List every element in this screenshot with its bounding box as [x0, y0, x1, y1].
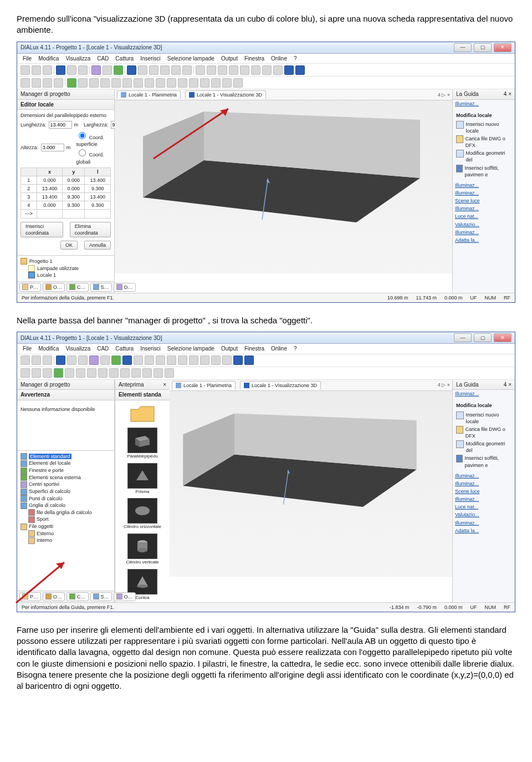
toolbar-icon[interactable] — [240, 65, 249, 75]
tab-colori[interactable]: C… — [66, 592, 89, 601]
coord-superficie-radio[interactable] — [79, 132, 86, 139]
toolbar-icon[interactable] — [211, 355, 221, 365]
toolbar-icon[interactable] — [32, 355, 41, 365]
thumb-cilindro-orizz[interactable] — [127, 498, 157, 524]
tab-visualizzazione-3d[interactable]: Locale 1 - Visualizzazione 3D — [240, 381, 321, 389]
tree-esterno[interactable]: Esterno — [21, 530, 111, 537]
menu-online[interactable]: Online — [271, 345, 287, 353]
toolbar-icon[interactable] — [229, 65, 238, 75]
toolbar-icon[interactable] — [67, 355, 76, 365]
annulla-button[interactable]: Annulla — [84, 241, 111, 250]
toolbar-icon[interactable] — [182, 65, 192, 75]
toolbar-icon[interactable] — [222, 355, 232, 365]
guide-link[interactable]: Illuminaz... — [453, 519, 515, 527]
toolbar-icon[interactable] — [100, 355, 110, 365]
toolbar-icon[interactable] — [100, 78, 110, 88]
toolbar-icon[interactable] — [54, 368, 63, 378]
guide-link[interactable]: Illuminaz... — [453, 472, 515, 480]
tree-elementi-standard[interactable]: Elementi standard — [21, 453, 111, 460]
guide-link[interactable]: Illuminaz... — [453, 189, 515, 197]
toolbar-icon[interactable] — [21, 368, 30, 378]
guide-link[interactable]: Illuminaz... — [453, 228, 515, 236]
menu-cattura[interactable]: Cattura — [115, 55, 134, 63]
toolbar-icon[interactable] — [200, 355, 209, 365]
toolbar-icon[interactable] — [21, 65, 30, 75]
toolbar-icon[interactable] — [54, 78, 63, 88]
guide-section-link[interactable]: Illuminaz... — [453, 100, 515, 108]
tree-file-griglia[interactable]: file della griglia di calcolo — [21, 509, 111, 516]
toolbar-icon[interactable] — [122, 78, 132, 88]
toolbar-icon[interactable] — [167, 355, 176, 365]
toolbar-icon[interactable] — [295, 65, 305, 75]
guide-link[interactable]: Illuminaz... — [453, 181, 515, 189]
menu-visualizza[interactable]: Visualizza — [65, 55, 90, 63]
tab-progetto[interactable]: P… — [19, 283, 41, 292]
menu-cattura[interactable]: Cattura — [115, 345, 134, 353]
menu-online[interactable]: Online — [271, 55, 287, 63]
toolbar-icon[interactable] — [32, 78, 41, 88]
3d-viewport[interactable] — [170, 391, 452, 577]
tab-visualizzazione-3d[interactable]: Locale 1 - Visualizzazione 3D — [185, 90, 266, 99]
tab-planimetria[interactable]: Locale 1 - Planimetria — [117, 90, 181, 99]
tree-node-locale[interactable]: Locale 1 — [21, 272, 111, 279]
guide-link[interactable]: Illuminaz... — [453, 205, 515, 212]
tab-selezione[interactable]: S… — [90, 592, 112, 601]
tree-node-lampade[interactable]: Lampade utilizzate — [21, 265, 111, 272]
toolbar-icon[interactable] — [91, 65, 101, 75]
toolbar-icon[interactable] — [167, 78, 176, 88]
toolbar-icon[interactable] — [89, 78, 99, 88]
menu-modifica[interactable]: Modifica — [38, 345, 59, 353]
thumb-conica[interactable] — [127, 569, 157, 595]
guide-item-carica-dwg[interactable]: Carica file DWG o DFX — [456, 135, 511, 149]
toolbar-icon[interactable] — [131, 368, 141, 378]
toolbar-icon[interactable] — [56, 355, 65, 365]
maximize-button[interactable]: ▢ — [474, 43, 492, 52]
menu-help[interactable]: ? — [294, 55, 297, 63]
toolbar-icon[interactable] — [244, 355, 254, 365]
tree-centri-sportivi[interactable]: Centri sportivi — [21, 481, 111, 488]
tab-oggetti[interactable]: O… — [43, 592, 65, 601]
toolbar-icon[interactable] — [156, 78, 165, 88]
toolbar-icon[interactable] — [200, 78, 209, 88]
minimize-button[interactable]: — — [454, 333, 472, 342]
close-button[interactable]: ✕ — [494, 333, 511, 342]
tab-pin[interactable]: 4 ▷ × — [438, 382, 450, 388]
guide-link[interactable]: Adatta la... — [453, 527, 515, 535]
toolbar-icon[interactable] — [171, 65, 181, 75]
elimina-coordinata-button[interactable]: Elimina coordinata — [70, 222, 111, 237]
menu-visualizza[interactable]: Visualizza — [65, 345, 90, 353]
toolbar-icon[interactable] — [56, 65, 65, 75]
toolbar-icon[interactable] — [251, 65, 260, 75]
menu-cad[interactable]: CAD — [97, 55, 109, 63]
toolbar-icon[interactable] — [76, 368, 85, 378]
tab-oggetti[interactable]: O… — [43, 283, 65, 292]
thumb-prisma[interactable] — [127, 463, 157, 489]
guide-item-inserisci-soffitti[interactable]: Inserisci soffitti, pavimen e — [456, 165, 511, 178]
toolbar-icon[interactable] — [98, 368, 108, 378]
toolbar-icon[interactable] — [160, 65, 170, 75]
tree-scena-esterna[interactable]: Elementi scena esterna — [21, 474, 111, 481]
guide-item-modifica-geom[interactable]: Modifica geometri del — [456, 150, 511, 163]
menu-file[interactable]: File — [23, 345, 32, 353]
guide-link[interactable]: Illuminaz... — [453, 480, 515, 487]
tab-selezione[interactable]: S… — [90, 283, 112, 292]
3d-viewport[interactable] — [115, 100, 452, 273]
toolbar-icon[interactable] — [109, 368, 119, 378]
guide-item-inserisci-soffitti[interactable]: Inserisci soffitti, pavimen e — [456, 455, 511, 468]
tree-interno[interactable]: Interno — [21, 537, 111, 544]
menu-selezione-lampade[interactable]: Selezione lampade — [167, 345, 214, 353]
guide-item-carica-dwg[interactable]: Carica file DWG o DFX — [456, 426, 511, 439]
toolbar-icon[interactable] — [67, 78, 76, 88]
guide-link[interactable]: Luce nat... — [453, 503, 515, 511]
guide-link[interactable]: Adatta la... — [453, 236, 515, 244]
maximize-button[interactable]: ▢ — [474, 333, 492, 342]
toolbar-icon[interactable] — [178, 78, 187, 88]
guide-item-modifica-geom[interactable]: Modifica geometri del — [456, 440, 511, 454]
toolbar-icon[interactable] — [207, 65, 216, 75]
toolbar-icon[interactable] — [103, 65, 112, 75]
toolbar-icon[interactable] — [149, 65, 158, 75]
menu-inserisci[interactable]: Inserisci — [140, 55, 161, 63]
menu-modifica[interactable]: Modifica — [38, 55, 59, 63]
toolbar-icon[interactable] — [67, 65, 76, 75]
toolbar-icon[interactable] — [218, 65, 227, 75]
